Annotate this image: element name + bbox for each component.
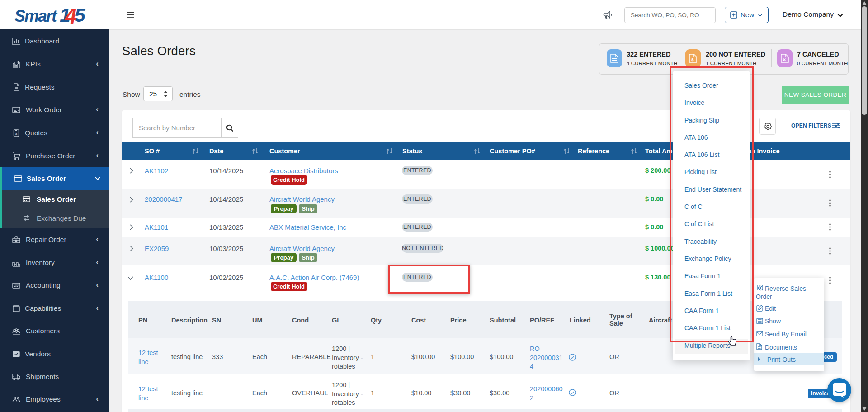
svg-text:$: $ bbox=[691, 57, 694, 62]
svg-text:$: $ bbox=[15, 132, 18, 136]
